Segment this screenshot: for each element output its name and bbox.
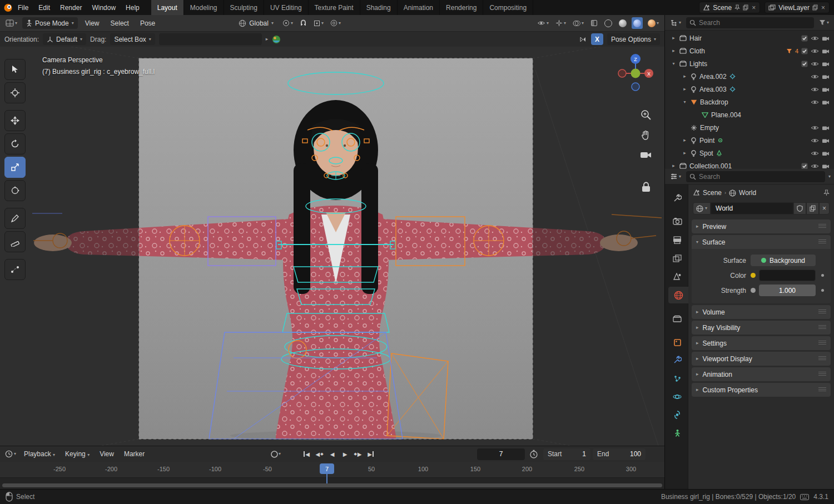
play-reverse-button[interactable]: ◀ [326,448,338,460]
outliner-item-label[interactable]: Spot [699,149,713,157]
outliner-item-label[interactable]: Area.003 [699,86,727,93]
chevron-right-icon[interactable]: ▸ [682,151,688,156]
tab-world-properties[interactable] [668,287,688,303]
proportional-editing-dropdown[interactable]: ▾ [329,17,342,29]
outliner-search-input[interactable] [699,19,811,27]
panel-surface-header[interactable]: ▾ Surface [692,235,831,249]
gizmos-dropdown[interactable]: ▾ [554,17,568,29]
outliner-editor-type-button[interactable]: ▾ [668,17,683,28]
copy-datablock-button[interactable] [806,202,819,214]
panel-grip-icon[interactable] [818,310,826,315]
chevron-down-icon[interactable]: ▾ [682,100,688,104]
menu-help[interactable]: Help [121,2,145,14]
tab-particle-properties[interactable] [667,370,687,387]
lock-icon[interactable] [641,181,651,193]
disable-render-camera-icon[interactable] [822,99,830,105]
exclude-checkbox[interactable] [801,163,808,169]
chevron-right-icon[interactable]: ▸ [671,163,677,168]
prev-keyframe-button[interactable]: ◀◆ [314,448,325,460]
menu-file[interactable]: File [13,2,33,14]
tab-physics-properties[interactable] [667,388,687,405]
shading-rendered-dropdown[interactable]: ▾ [646,17,661,29]
frame-start-field[interactable]: Start1 [543,448,590,460]
drag-dropdown[interactable]: Select Box ▾ [110,33,155,45]
tab-constraint-properties[interactable] [667,406,687,423]
hide-eye-icon[interactable] [811,163,819,169]
exclude-checkbox[interactable] [801,61,808,67]
menu-marker[interactable]: Marker [120,448,148,460]
tab-object-properties[interactable] [667,334,687,351]
outliner-filter-button[interactable]: ▾ [817,17,831,28]
browse-world-button[interactable]: ▾ [693,202,711,214]
outliner-row-point[interactable]: ▸ Point [665,134,834,147]
fake-user-button[interactable] [793,202,806,214]
new-viewlayer-icon[interactable] [812,4,818,11]
shading-material-button[interactable] [632,17,643,29]
chevron-right-icon[interactable]: ▸ [671,48,677,53]
disable-render-camera-icon[interactable] [822,125,830,131]
menu-edit[interactable]: Edit [33,2,55,14]
workspace-tab-animation[interactable]: Animation [398,0,440,15]
pin-icon[interactable] [734,4,740,11]
outliner-item-label[interactable]: Backdrop [700,98,728,106]
panel-grip-icon[interactable] [818,325,826,330]
tool-preview-ball-icon[interactable] [272,35,281,44]
auto-keying-toggle[interactable]: ▾ [270,448,281,460]
world-color-swatch[interactable] [759,270,816,281]
frame-end-field[interactable]: End100 [593,448,646,460]
world-name-field[interactable]: World [711,202,793,214]
tab-render-properties[interactable] [667,213,687,229]
gizmo-y-axis[interactable] [631,69,641,78]
editor-type-button[interactable]: ▾ [4,17,19,29]
panel-preview-header[interactable]: ▸ Preview [692,219,831,233]
outliner-row-plane-004[interactable]: Plane.004 [665,108,834,121]
panel-volume-header[interactable]: ▸ Volume [692,305,831,319]
tab-scene-properties[interactable] [667,268,687,285]
expand-tool-options-icon[interactable]: ▸ [266,37,269,42]
disable-render-camera-icon[interactable] [822,36,830,41]
hide-eye-icon[interactable] [811,87,819,92]
panel-grip-icon[interactable] [818,372,826,377]
blender-logo-icon[interactable] [3,3,13,12]
outliner-row-lights[interactable]: ▾ Lights [665,57,834,70]
chevron-right-icon[interactable]: ▸ [671,36,677,41]
tool-move[interactable] [4,110,26,131]
gizmo-x-neg-axis[interactable] [618,69,626,77]
shading-wireframe-button[interactable] [603,17,614,29]
workspace-tab-texture-paint[interactable]: Texture Paint [309,0,360,15]
tab-tool-properties[interactable] [667,190,687,207]
tab-modifier-properties[interactable] [667,352,687,368]
workspace-tab-uv-editing[interactable]: UV Editing [264,0,309,15]
panel-grip-icon[interactable] [818,341,826,346]
tool-transform[interactable] [4,180,26,201]
breadcrumb-scene[interactable]: Scene [703,189,722,197]
pan-hand-icon[interactable] [640,129,652,142]
tool-pose-breakdowner[interactable] [4,259,26,280]
outliner-row-hair[interactable]: ▸ Hair [665,32,834,44]
viewport-canvas[interactable] [0,47,664,446]
strength-slider[interactable]: 1.000 [759,285,816,296]
outliner-item-label[interactable]: Plane.004 [711,111,741,119]
hide-eye-icon[interactable] [811,125,819,131]
tab-data-properties[interactable] [667,425,687,441]
animate-dot[interactable] [818,289,826,292]
jump-to-start-button[interactable]: ◀ [301,448,312,460]
workspace-tab-layout[interactable]: Layout [151,0,184,15]
timeline-scrollbar[interactable] [2,483,662,487]
xray-toggle[interactable] [589,17,599,29]
tool-settings-field[interactable] [159,33,262,45]
outliner-row-spot[interactable]: ▸ Spot [665,147,834,159]
menu-keying[interactable]: Keying ▾ [61,448,93,460]
panel-grip-icon[interactable] [818,356,826,361]
workspace-tab-rendering[interactable]: Rendering [440,0,483,15]
overlays-dropdown[interactable]: ▾ [571,17,585,29]
outliner-row-collection-001[interactable]: ▸ Collection.001 [665,159,834,169]
panel-animation-header[interactable]: ▸ Animation [692,367,831,381]
next-keyframe-button[interactable]: ◆▶ [352,448,364,460]
playhead-line[interactable] [326,473,327,483]
jump-to-end-button[interactable]: ▶ [365,448,376,460]
unlink-world-button[interactable]: × [819,202,830,214]
outliner-row-area-002[interactable]: ▸ Area.002 [665,70,834,83]
disable-render-camera-icon[interactable] [822,163,830,169]
workspace-tab-shading[interactable]: Shading [360,0,398,15]
